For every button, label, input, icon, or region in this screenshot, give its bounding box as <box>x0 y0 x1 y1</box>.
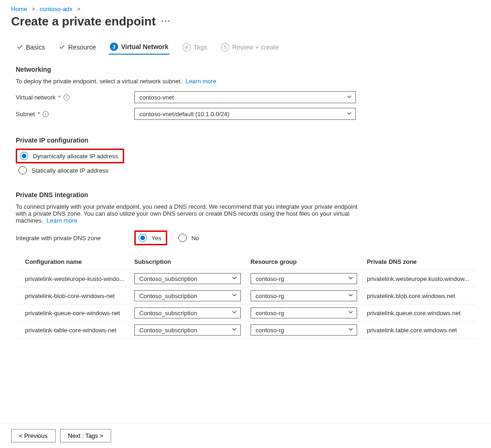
subscription-select-value: Contoso_subscription <box>139 275 197 282</box>
resource-group-select-value: contoso-rg <box>256 292 284 299</box>
info-icon[interactable]: i <box>63 94 69 100</box>
cell-config-name: privatelink-blob-core-windows-net <box>16 287 131 305</box>
resource-group-select-value: contoso-rg <box>256 327 284 334</box>
table-row: privatelink-table-core-windows-netContos… <box>16 322 475 339</box>
breadcrumb-home[interactable]: Home <box>11 6 27 12</box>
tab-virtual-network[interactable]: 3 Virtual Network <box>109 40 169 55</box>
resource-group-select-value: contoso-rg <box>256 275 284 282</box>
subscription-select[interactable]: Contoso_subscription <box>134 290 241 301</box>
highlight-annotation: Yes <box>134 230 167 245</box>
tab-tags-label: Tags <box>194 44 208 51</box>
tab-review-create[interactable]: 5 Review + create <box>220 40 280 55</box>
dns-heading: Private DNS integration <box>16 191 475 199</box>
tab-vnet-label: Virtual Network <box>121 43 168 50</box>
required-indicator: * <box>38 111 40 118</box>
breadcrumb: Home > contoso-adx > <box>11 6 480 12</box>
page-title: Create a private endpoint ··· <box>11 14 480 29</box>
tab-step-number-icon: 5 <box>221 43 229 51</box>
vnet-select-value: contoso-vnet <box>139 94 174 101</box>
radio-icon <box>178 234 187 242</box>
table-row: privatelink-blob-core-windows-netContoso… <box>16 287 475 305</box>
info-icon[interactable]: i <box>43 111 49 117</box>
radio-static-ip[interactable]: Statically allocate IP address <box>16 164 475 176</box>
tab-resource[interactable]: Resource <box>58 40 97 55</box>
radio-dynamic-label: Dynamically allocate IP address <box>33 153 118 160</box>
required-indicator: * <box>58 94 61 101</box>
networking-learn-more-link[interactable]: Learn more <box>185 78 216 85</box>
chevron-right-icon: > <box>31 6 35 12</box>
tab-tags[interactable]: 4 Tags <box>182 40 208 55</box>
radio-no-label: No <box>191 235 199 242</box>
resource-group-select[interactable]: contoso-rg <box>251 273 357 284</box>
dns-learn-more-link[interactable]: Learn more <box>46 217 77 224</box>
subscription-select-value: Contoso_subscription <box>139 327 197 334</box>
cell-private-dns-zone: privatelink.westeurope.kusto.window... <box>363 270 475 287</box>
cell-subscription: Contoso_subscription <box>131 270 247 287</box>
radio-integrate-yes[interactable]: Yes <box>136 232 164 244</box>
radio-icon <box>19 166 27 174</box>
highlight-annotation: Dynamically allocate IP address <box>16 149 124 163</box>
vnet-label: Virtual network * i <box>16 94 134 101</box>
subnet-select-value: contoso-vnet/default (10.1.0.0/24) <box>139 111 229 118</box>
chevron-right-icon: > <box>77 6 81 12</box>
tab-resource-label: Resource <box>68 44 96 51</box>
networking-heading: Networking <box>16 66 475 73</box>
subscription-select-value: Contoso_subscription <box>139 292 197 299</box>
vnet-select[interactable]: contoso-vnet <box>134 91 356 103</box>
dns-zone-text: privatelink.table.core.windows.net <box>367 327 472 334</box>
dns-zone-text: privatelink.queue.core.windows.net <box>367 310 472 317</box>
breadcrumb-resource[interactable]: contoso-adx <box>40 6 73 12</box>
cell-resource-group: contoso-rg <box>247 287 363 305</box>
tab-basics[interactable]: Basics <box>16 40 46 55</box>
resource-group-select[interactable]: contoso-rg <box>251 307 357 318</box>
radio-yes-label: Yes <box>151 235 161 242</box>
dns-zone-text: privatelink.westeurope.kusto.window... <box>367 275 472 282</box>
cell-resource-group: contoso-rg <box>247 305 363 322</box>
check-icon <box>59 44 65 50</box>
resource-group-select[interactable]: contoso-rg <box>251 324 357 336</box>
radio-icon <box>20 152 28 160</box>
subscription-select[interactable]: Contoso_subscription <box>134 307 241 318</box>
radio-integrate-no[interactable]: No <box>176 232 202 244</box>
subscription-select-value: Contoso_subscription <box>139 310 197 317</box>
tab-step-number-icon: 4 <box>183 43 191 51</box>
resource-group-select-value: contoso-rg <box>256 310 284 317</box>
cell-subscription: Contoso_subscription <box>131 305 247 322</box>
cell-private-dns-zone: privatelink.table.core.windows.net <box>363 322 475 339</box>
table-row: privatelink-queue-core-windows-netContos… <box>16 305 475 322</box>
dns-desc: To connect privately with your private e… <box>16 203 368 224</box>
radio-dynamic-ip[interactable]: Dynamically allocate IP address <box>17 150 121 162</box>
radio-icon <box>138 234 147 242</box>
tab-basics-label: Basics <box>26 44 45 51</box>
subscription-select[interactable]: Contoso_subscription <box>134 273 241 284</box>
integrate-dns-label-text: Integrate with private DNS zone <box>16 235 101 242</box>
radio-static-label: Statically allocate IP address <box>31 167 108 174</box>
cell-private-dns-zone: privatelink.queue.core.windows.net <box>363 305 475 322</box>
subnet-label-text: Subnet <box>16 111 35 118</box>
more-actions-icon[interactable]: ··· <box>161 17 171 26</box>
subnet-label: Subnet * i <box>16 111 134 118</box>
cell-config-name: privatelink-westeurope-kusto-windo... <box>16 270 131 287</box>
col-private-dns-zone: Private DNS zone <box>363 254 475 270</box>
cell-config-name: privatelink-table-core-windows-net <box>16 322 131 339</box>
cell-config-name: privatelink-queue-core-windows-net <box>16 305 131 322</box>
vnet-label-text: Virtual network <box>16 94 56 101</box>
col-resource-group: Resource group <box>247 254 363 270</box>
wizard-tabs: Basics Resource 3 Virtual Network 4 Tags… <box>16 40 475 55</box>
table-row: privatelink-westeurope-kusto-windo...Con… <box>16 270 475 287</box>
tab-step-number-icon: 3 <box>110 43 118 51</box>
cell-subscription: Contoso_subscription <box>131 322 247 339</box>
dns-zones-table: Configuration name Subscription Resource… <box>16 254 475 339</box>
tab-review-label: Review + create <box>232 44 279 51</box>
resource-group-select[interactable]: contoso-rg <box>251 290 357 301</box>
networking-desc: To deploy the private endpoint, select a… <box>16 78 475 85</box>
subnet-select[interactable]: contoso-vnet/default (10.1.0.0/24) <box>134 108 356 120</box>
check-icon <box>17 44 23 50</box>
cell-resource-group: contoso-rg <box>247 270 363 287</box>
cell-subscription: Contoso_subscription <box>131 287 247 305</box>
integrate-dns-label: Integrate with private DNS zone <box>16 235 134 242</box>
ip-config-heading: Private IP configuration <box>16 137 475 144</box>
networking-desc-text: To deploy the private endpoint, select a… <box>16 78 182 85</box>
col-subscription: Subscription <box>131 254 247 270</box>
subscription-select[interactable]: Contoso_subscription <box>134 324 241 336</box>
